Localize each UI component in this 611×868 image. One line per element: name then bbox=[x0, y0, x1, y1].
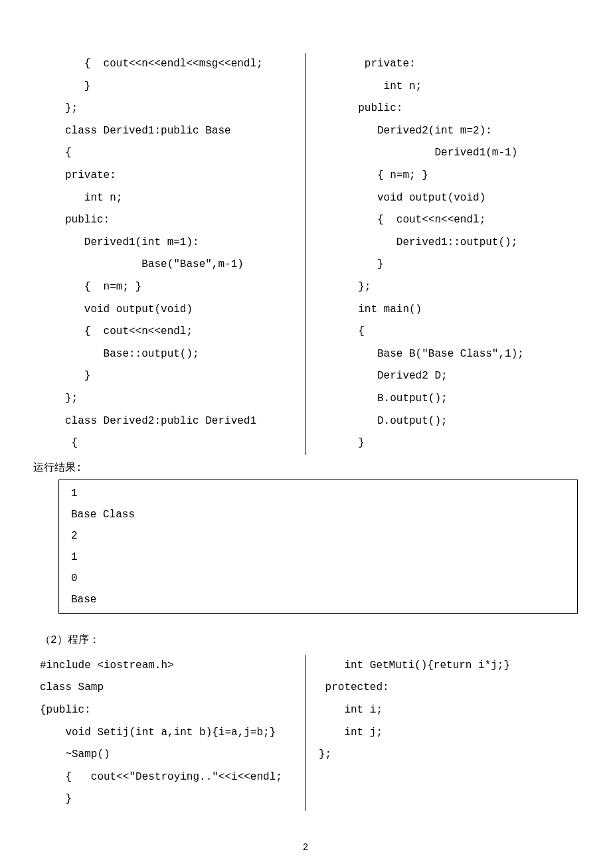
page-number: 2 bbox=[0, 838, 611, 857]
code-block-1: { cout<<n<<endl<<msg<<endl; } }; class D… bbox=[33, 53, 578, 455]
code-right-column: private: int n; public: Derived2(int m=2… bbox=[306, 53, 578, 455]
code2-left-column: #include <iostream.h> class Samp {public… bbox=[33, 655, 306, 811]
code-left-column: { cout<<n<<endl<<msg<<endl; } }; class D… bbox=[33, 53, 306, 455]
result-heading: 运行结果: bbox=[33, 458, 578, 480]
result-output-box: 1 Base Class 2 1 0 Base bbox=[58, 479, 578, 614]
code2-right-column: int GetMuti(){return i*j;} protected: in… bbox=[306, 655, 578, 811]
code-block-2: #include <iostream.h> class Samp {public… bbox=[33, 655, 578, 811]
program2-heading: （2）程序： bbox=[40, 630, 578, 652]
